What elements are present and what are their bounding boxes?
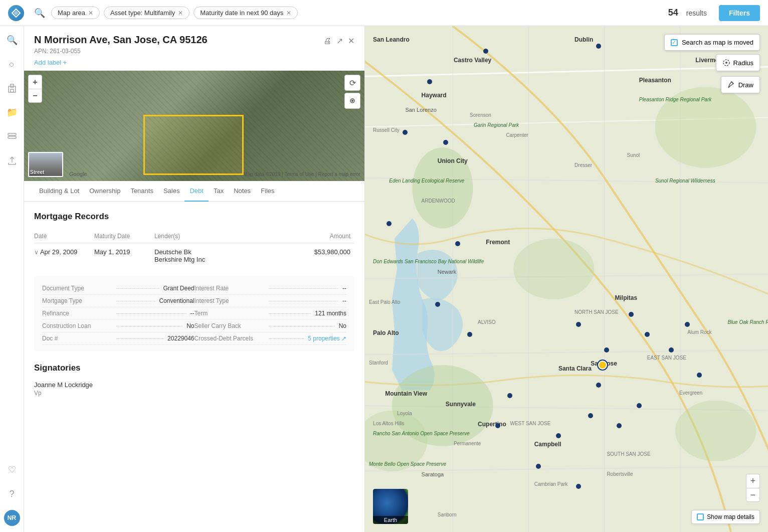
zoom-out-button[interactable]: −	[28, 89, 42, 103]
signatories-section: Signatories Joanne M Lockridge Vp	[34, 363, 354, 397]
compass-button[interactable]: ⟳	[344, 75, 360, 91]
mortgage-maturity-date: May 1, 2019	[94, 243, 154, 269]
property-aerial-map: + − ⟳ Street Google Map data ©2019 | Ter	[24, 71, 364, 181]
tab-tax[interactable]: Tax	[209, 181, 229, 202]
layers-toggle-button[interactable]	[344, 93, 360, 109]
map-zoom-out[interactable]: −	[746, 488, 760, 502]
col-lenders: Lender(s)	[154, 230, 270, 243]
mortgage-lenders: Deutsche Bk Berkshire Mtg Inc	[154, 243, 270, 269]
signatories-title: Signatories	[34, 363, 354, 373]
show-map-details-checkbox[interactable]	[697, 513, 704, 520]
remove-map-area-filter[interactable]: ✕	[88, 10, 93, 17]
map-dot[interactable]	[596, 44, 601, 49]
search-as-moved-checkbox[interactable]	[671, 39, 678, 46]
tab-sales[interactable]: Sales	[158, 181, 185, 202]
map-dot[interactable]	[669, 347, 674, 352]
map-dot[interactable]	[685, 322, 690, 327]
nav-heart[interactable]: ♡	[4, 462, 20, 478]
signatory-name: Joanne M Lockridge	[34, 381, 354, 389]
property-panel: N Morrison Ave, San Jose, CA 95126 🖨 ↗ ✕…	[24, 26, 365, 532]
detail-construction-loan: Construction Loan No	[42, 320, 195, 332]
filter-chip-map-area[interactable]: Map area ✕	[51, 7, 100, 19]
nav-circle[interactable]: ○	[4, 56, 20, 72]
map-dot[interactable]	[576, 484, 581, 489]
map-dot[interactable]	[645, 332, 650, 337]
map-dot[interactable]	[387, 221, 392, 226]
print-button[interactable]: 🖨	[323, 37, 331, 46]
svg-point-20	[412, 147, 473, 228]
tab-notes[interactable]: Notes	[229, 181, 256, 202]
map-data-attribution: Map data ©2019 | Terms of Use | Report a…	[243, 171, 360, 177]
filter-chip-asset-type[interactable]: Asset type: Multifamily ✕	[104, 7, 189, 19]
search-as-moved-toggle[interactable]: Search as map is moved	[664, 34, 760, 51]
map-dot[interactable]	[556, 433, 561, 438]
nav-help[interactable]: ?	[4, 486, 20, 502]
detail-interest-type: Interest Type --	[195, 295, 347, 307]
map-dot[interactable]	[637, 403, 642, 408]
crossed-debt-link[interactable]: 5 properties ↗	[308, 335, 346, 342]
nav-folder[interactable]: 📁	[4, 104, 20, 120]
street-view-thumbnail[interactable]: Street	[28, 152, 63, 177]
map-zoom-in[interactable]: +	[746, 474, 760, 488]
map-dot[interactable]	[443, 140, 448, 145]
tab-debt[interactable]: Debt	[184, 181, 208, 202]
map-dot[interactable]	[483, 49, 488, 54]
map-dot[interactable]	[427, 79, 432, 84]
tab-building-lot[interactable]: Building & Lot	[34, 181, 84, 202]
map-dot[interactable]	[697, 373, 702, 378]
remove-maturity-date-filter[interactable]: ✕	[286, 10, 291, 17]
results-label: results	[686, 9, 707, 17]
map-dot[interactable]	[467, 332, 472, 337]
user-avatar[interactable]: NR	[4, 510, 20, 526]
zoom-in-button[interactable]: +	[28, 75, 42, 89]
external-link-button[interactable]: ↗	[336, 36, 343, 46]
draw-icon	[727, 81, 735, 89]
signatory-role: Vp	[34, 390, 354, 397]
draw-button[interactable]: Draw	[721, 76, 760, 93]
map-dot[interactable]	[507, 393, 512, 398]
remove-asset-type-filter[interactable]: ✕	[178, 10, 183, 17]
map-zoom-controls: + −	[746, 474, 760, 502]
expand-row-button[interactable]: ∨	[34, 249, 39, 256]
map-dot[interactable]	[435, 302, 440, 307]
map-dot[interactable]	[576, 322, 581, 327]
top-bar: 🔍 Map area ✕ Asset type: Multifamily ✕ M…	[0, 0, 768, 26]
map-dot[interactable]	[536, 464, 541, 469]
tab-ownership[interactable]: Ownership	[84, 181, 125, 202]
map-background: San Leandro Castro Valley Dublin Livermo…	[365, 26, 768, 532]
nav-buildings[interactable]	[4, 80, 20, 96]
mortgage-records-title: Mortgage Records	[34, 212, 354, 222]
map-container[interactable]: San Leandro Castro Valley Dublin Livermo…	[365, 26, 768, 532]
map-dot[interactable]	[604, 347, 609, 352]
detail-interest-rate: Interest Rate --	[195, 282, 347, 295]
filter-chip-maturity-date[interactable]: Maturity date in next 90 days ✕	[194, 7, 298, 19]
radius-button[interactable]: Radius	[716, 54, 760, 71]
add-label-button[interactable]: Add label +	[34, 59, 67, 66]
tab-tenants[interactable]: Tenants	[125, 181, 158, 202]
detail-mortgage-type: Mortgage Type Conventional	[42, 295, 195, 307]
tab-files[interactable]: Files	[256, 181, 279, 202]
property-apn: APN: 261-03-055	[34, 48, 354, 55]
close-panel-button[interactable]: ✕	[348, 36, 354, 46]
svg-line-15	[365, 466, 768, 471]
nav-upload[interactable]	[4, 152, 20, 168]
map-dot[interactable]	[629, 312, 634, 317]
show-map-details-toggle[interactable]: Show map details	[691, 510, 760, 524]
map-dot[interactable]	[403, 130, 408, 135]
mortgage-table: Date Maturity Date Lender(s) Amount ∨ Ap…	[34, 230, 354, 268]
map-dot[interactable]	[596, 383, 601, 388]
map-svg	[365, 26, 768, 532]
map-dot[interactable]	[455, 241, 460, 246]
svg-rect-5	[8, 133, 16, 135]
svg-point-21	[513, 239, 594, 299]
filters-button[interactable]: Filters	[719, 5, 760, 21]
map-dot[interactable]	[588, 413, 593, 418]
property-content: Mortgage Records Date Maturity Date Lend…	[24, 202, 364, 532]
map-dot[interactable]	[617, 423, 622, 428]
search-button[interactable]: 🔍	[32, 6, 47, 21]
nav-layers[interactable]	[4, 128, 20, 144]
earth-thumbnail[interactable]: Earth	[373, 489, 408, 524]
map-dot[interactable]	[495, 423, 500, 428]
selected-property-dot[interactable]	[598, 361, 607, 370]
nav-search[interactable]: 🔍	[4, 32, 20, 48]
